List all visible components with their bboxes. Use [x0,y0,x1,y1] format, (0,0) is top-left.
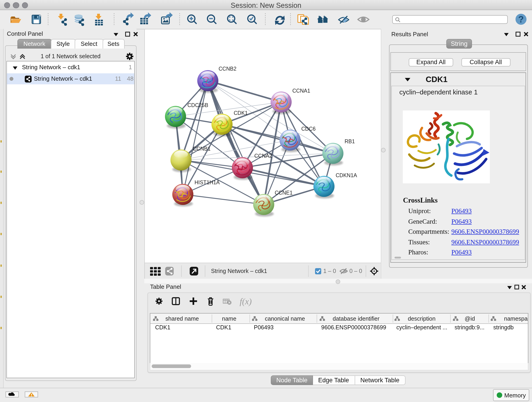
svg-text:?: ? [518,14,524,24]
svg-text:HIST1H1A: HIST1H1A [194,179,220,185]
svg-text:f(x): f(x) [239,297,252,306]
svg-text:name: name [222,315,236,322]
svg-text:CCNE1: CCNE1 [274,190,292,196]
svg-text:database identifier: database identifier [332,315,379,322]
svg-text:0 – 0: 0 – 0 [349,268,362,274]
svg-text:CDC25B: CDC25B [187,102,208,108]
svg-text:9606.ENSP00000378699: 9606.ENSP00000378699 [321,324,386,331]
svg-text:CCNB1: CCNB1 [192,146,210,152]
svg-text:CCNB2: CCNB2 [218,66,236,72]
svg-text:1 – 0: 1 – 0 [323,268,336,274]
svg-text:stringdb:9...: stringdb:9... [454,324,484,331]
svg-text:description: description [408,315,435,322]
svg-text:canonical name: canonical name [265,315,305,322]
svg-text:cyclin–dependent ...: cyclin–dependent ... [396,324,447,331]
svg-text:namespace: namespace [504,315,528,322]
svg-text:CCNA1: CCNA1 [292,88,310,94]
svg-text:RB1: RB1 [344,138,355,144]
svg-text:stringdb: stringdb [493,324,513,331]
svg-text:@id: @id [464,315,475,322]
svg-text:P06493: P06493 [254,324,273,331]
svg-text:CDC6: CDC6 [301,126,316,132]
svg-text:shared name: shared name [165,315,199,322]
svg-text:String Network – cdk1: String Network – cdk1 [211,268,267,274]
svg-text:CCNA2: CCNA2 [254,153,272,159]
svg-text:CDK1: CDK1 [155,324,170,331]
svg-text:CDKN1A: CDKN1A [336,172,357,178]
svg-text:CDK1: CDK1 [216,324,231,331]
svg-text:CDK1: CDK1 [234,110,247,116]
